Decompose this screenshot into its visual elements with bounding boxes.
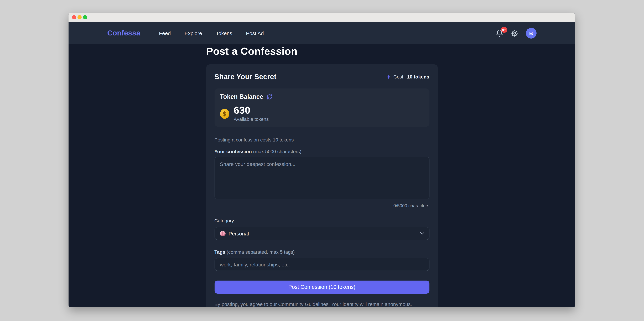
posting-cost-note: Posting a confession costs 10 tokens (214, 136, 429, 143)
cost-indicator: Cost: 10 tokens (386, 74, 429, 79)
nav-link-tokens[interactable]: Tokens (216, 30, 232, 36)
confession-textarea[interactable] (214, 157, 429, 199)
top-navbar: Confessa Feed Explore Tokens Post Ad (68, 22, 575, 44)
confession-label-hint: (max 5000 characters) (253, 149, 301, 154)
token-balance-widget: Token Balance $ (214, 88, 429, 127)
refresh-icon[interactable] (266, 94, 272, 100)
coin-icon: $ (220, 109, 229, 119)
confession-form-card: Share Your Secret Cost: 10 tokens (206, 64, 438, 308)
disclaimer-text: By posting, you agree to our Community G… (214, 301, 429, 308)
token-balance-header: Token Balance (220, 93, 424, 100)
confession-label-text: Your confession (214, 149, 252, 154)
nav-link-explore[interactable]: Explore (184, 30, 202, 36)
page-title: Post a Confession (206, 45, 438, 57)
navbar-actions: 9+ B (496, 28, 536, 38)
page-body: Post a Confession Share Your Secret Cost… (68, 44, 575, 308)
category-select[interactable]: Personal (214, 227, 429, 240)
settings-button[interactable] (510, 29, 519, 37)
cost-prefix: Cost: (393, 74, 404, 79)
token-balance-row: $ 630 Available tokens (220, 105, 424, 123)
post-confession-button[interactable]: Post Confession (10 tokens) (214, 281, 429, 294)
token-caption: Available tokens (234, 116, 268, 123)
navbar-container: Confessa Feed Explore Tokens Post Ad (107, 28, 536, 38)
traffic-light-close[interactable] (72, 15, 76, 19)
character-counter: 0/5000 characters (214, 203, 429, 208)
cost-value: 10 tokens (407, 74, 429, 79)
window-titlebar (68, 13, 575, 22)
token-balance-title: Token Balance (220, 93, 263, 100)
desktop: Confessa Feed Explore Tokens Post Ad (0, 0, 644, 321)
tags-input[interactable] (214, 258, 429, 271)
traffic-light-minimize[interactable] (78, 15, 82, 19)
category-selected-value: Personal (228, 231, 249, 236)
tags-label: Tags (comma separated, max 5 tags) (214, 249, 429, 255)
brain-emoji-icon (220, 231, 226, 236)
chevron-down-icon (420, 232, 424, 235)
category-label: Category (214, 218, 429, 224)
browser-window: Confessa Feed Explore Tokens Post Ad (68, 13, 575, 308)
nav-links: Feed Explore Tokens Post Ad (159, 30, 264, 36)
tags-label-text: Tags (214, 249, 225, 255)
card-header: Share Your Secret Cost: 10 tokens (214, 73, 429, 81)
tags-label-hint: (comma separated, max 5 tags) (226, 249, 294, 255)
token-amount: 630 (234, 105, 268, 116)
notifications-button[interactable]: 9+ (496, 29, 504, 37)
card-title: Share Your Secret (214, 73, 276, 81)
sparkle-icon (386, 74, 391, 79)
avatar[interactable]: B (526, 28, 536, 38)
gear-icon (511, 29, 519, 37)
confession-label: Your confession (max 5000 characters) (214, 148, 429, 155)
notification-badge: 9+ (501, 27, 507, 33)
content-column: Post a Confession Share Your Secret Cost… (206, 45, 438, 308)
traffic-light-zoom[interactable] (83, 15, 87, 19)
brand-logo[interactable]: Confessa (107, 29, 140, 37)
nav-link-feed[interactable]: Feed (159, 30, 171, 36)
nav-link-post-ad[interactable]: Post Ad (246, 30, 264, 36)
